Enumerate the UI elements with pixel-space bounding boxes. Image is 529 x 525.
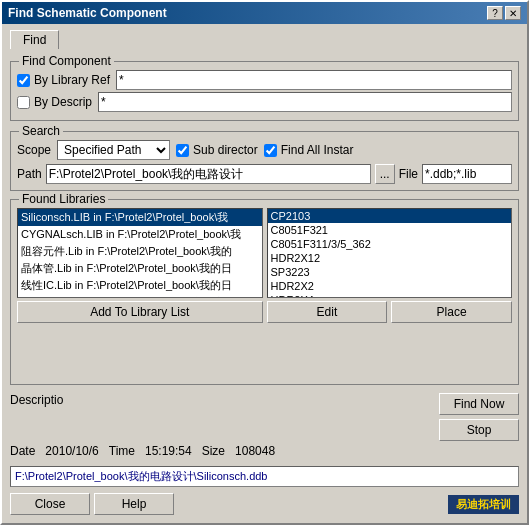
info-section: Descriptio Find Now Stop Date 2010/10/6 … — [10, 389, 519, 462]
by-library-checkbox[interactable] — [17, 74, 30, 87]
find-all-label: Find All Instar — [281, 143, 354, 157]
edit-button[interactable]: Edit — [267, 301, 388, 323]
library-list-item[interactable]: cmos.Lib in F:\Protel2\Protel_book\我的电 — [18, 294, 262, 298]
find-component-group: Find Component By Library Ref By Descrip — [10, 61, 519, 121]
component-list-item[interactable]: C8051F311/3/5_362 — [268, 237, 512, 251]
close-help-row: Close Help 易迪拓培训 — [10, 491, 519, 517]
info-top-row: Descriptio Find Now Stop — [10, 393, 519, 441]
place-button[interactable]: Place — [391, 301, 512, 323]
by-descrip-label: By Descrip — [34, 95, 92, 109]
edit-place-row: Edit Place — [267, 301, 513, 323]
browse-button[interactable]: ... — [375, 164, 395, 184]
found-libraries-group: Found Libraries Siliconsch.LIB in F:\Pro… — [10, 199, 519, 385]
sub-directory-wrapper: Sub director — [176, 143, 258, 157]
library-list-item[interactable]: CYGNALsch.LIB in F:\Protel2\Protel_book\… — [18, 226, 262, 243]
library-list-item[interactable]: 线性IC.Lib in F:\Protel2\Protel_book\我的日 — [18, 277, 262, 294]
find-now-button[interactable]: Find Now — [439, 393, 519, 415]
content-area: Find Find Component By Library Ref By De… — [2, 24, 527, 523]
add-to-library-button[interactable]: Add To Library List — [17, 301, 263, 323]
scope-select[interactable]: Specified PathAll LibrariesProject Libra… — [57, 140, 170, 160]
logo-bar: 易迪拓培训 — [448, 495, 519, 514]
by-descrip-input[interactable] — [98, 92, 512, 112]
by-descrip-checkbox-wrapper: By Descrip — [17, 95, 92, 109]
window-title: Find Schematic Component — [8, 6, 167, 20]
scope-label: Scope — [17, 143, 51, 157]
component-list-item[interactable]: HDR2X2 — [268, 279, 512, 293]
find-all-wrapper: Find All Instar — [264, 143, 354, 157]
path-label: Path — [17, 167, 42, 181]
path-bar-value: F:\Protel2\Protel_book\我的电路设计\Siliconsch… — [15, 470, 268, 482]
library-list-item[interactable]: 晶体管.Lib in F:\Protel2\Protel_book\我的日 — [18, 260, 262, 277]
sub-directory-label: Sub director — [193, 143, 258, 157]
path-row: Path ... File — [17, 164, 512, 184]
left-list-container: Siliconsch.LIB in F:\Protel2\Protel_book… — [17, 208, 263, 323]
file-input[interactable] — [422, 164, 512, 184]
by-descrip-checkbox[interactable] — [17, 96, 30, 109]
time-label: Time — [109, 444, 135, 458]
stop-button[interactable]: Stop — [439, 419, 519, 441]
component-list-item[interactable]: C8051F321 — [268, 223, 512, 237]
title-controls: ? ✕ — [487, 6, 521, 20]
title-bar: Find Schematic Component ? ✕ — [2, 2, 527, 24]
search-group: Search Scope Specified PathAll Libraries… — [10, 131, 519, 191]
found-libraries-label: Found Libraries — [19, 192, 108, 206]
file-label: File — [399, 167, 418, 181]
date-label: Date — [10, 444, 35, 458]
component-list[interactable]: CP2103C8051F321C8051F311/3/5_362HDR2X12S… — [267, 208, 513, 298]
by-descrip-row: By Descrip — [17, 92, 512, 112]
by-library-input[interactable] — [116, 70, 512, 90]
component-list-item[interactable]: SP3223 — [268, 265, 512, 279]
time-value: 15:19:54 — [145, 444, 192, 458]
find-component-label: Find Component — [19, 54, 114, 68]
library-list-item[interactable]: 阻容元件.Lib in F:\Protel2\Protel_book\我的 — [18, 243, 262, 260]
description-label: Descriptio — [10, 393, 63, 407]
lists-container: Siliconsch.LIB in F:\Protel2\Protel_book… — [17, 208, 512, 323]
logo-text: 易迪拓培训 — [456, 498, 511, 510]
component-list-item[interactable]: CP2103 — [268, 209, 512, 223]
library-list[interactable]: Siliconsch.LIB in F:\Protel2\Protel_book… — [17, 208, 263, 298]
component-list-item[interactable]: HDR2X4 — [268, 293, 512, 298]
close-help-buttons: Close Help — [10, 493, 174, 515]
date-value: 2010/10/6 — [45, 444, 98, 458]
by-library-row: By Library Ref — [17, 70, 512, 90]
close-button[interactable]: Close — [10, 493, 90, 515]
description-area: Descriptio — [10, 393, 431, 409]
find-stop-column: Find Now Stop — [439, 393, 519, 441]
close-title-button[interactable]: ✕ — [505, 6, 521, 20]
by-library-checkbox-wrapper: By Library Ref — [17, 73, 110, 87]
find-all-checkbox[interactable] — [264, 144, 277, 157]
size-label: Size — [202, 444, 225, 458]
size-value: 108048 — [235, 444, 275, 458]
path-input[interactable] — [46, 164, 371, 184]
search-group-label: Search — [19, 124, 63, 138]
library-list-item[interactable]: Siliconsch.LIB in F:\Protel2\Protel_book… — [18, 209, 262, 226]
help-button-bottom[interactable]: Help — [94, 493, 174, 515]
sub-directory-checkbox[interactable] — [176, 144, 189, 157]
by-library-label: By Library Ref — [34, 73, 110, 87]
right-list-container: CP2103C8051F321C8051F311/3/5_362HDR2X12S… — [267, 208, 513, 323]
main-window: Find Schematic Component ? ✕ Find Find C… — [0, 0, 529, 525]
date-time-row: Date 2010/10/6 Time 15:19:54 Size 108048 — [10, 444, 519, 458]
scope-row: Scope Specified PathAll LibrariesProject… — [17, 140, 512, 160]
tab-find[interactable]: Find — [10, 30, 59, 49]
tab-bar: Find — [10, 30, 519, 49]
component-list-item[interactable]: HDR2X12 — [268, 251, 512, 265]
path-bar: F:\Protel2\Protel_book\我的电路设计\Siliconsch… — [10, 466, 519, 487]
help-button[interactable]: ? — [487, 6, 503, 20]
